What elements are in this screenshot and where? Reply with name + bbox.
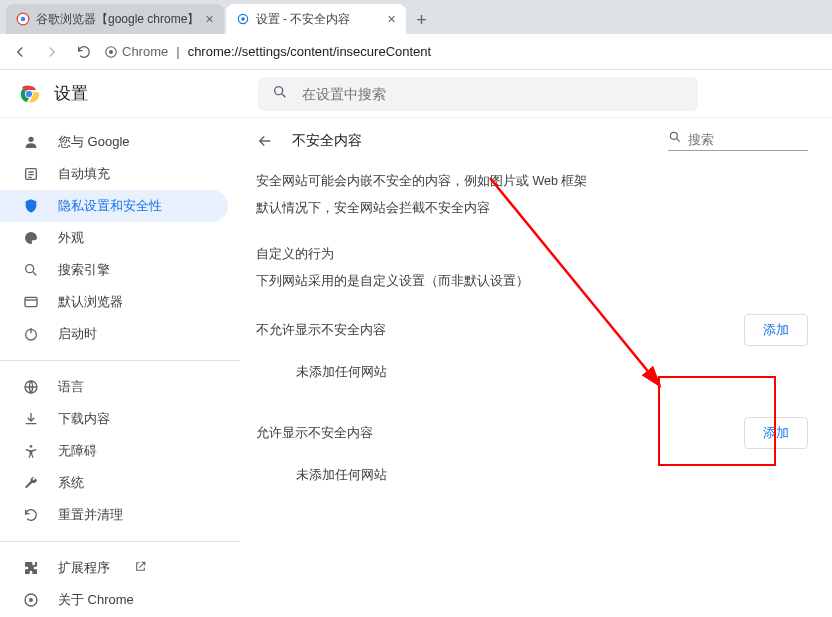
browser-tab-strip: 谷歌浏览器【google chrome】 × 设置 - 不安全内容 × + bbox=[0, 0, 832, 34]
sidebar-item-label: 自动填充 bbox=[58, 165, 110, 183]
browser-tab[interactable]: 谷歌浏览器【google chrome】 × bbox=[6, 4, 224, 34]
sidebar-item-downloads[interactable]: 下载内容 bbox=[0, 403, 228, 435]
allow-section-empty: 未添加任何网站 bbox=[256, 467, 808, 484]
search-icon bbox=[272, 84, 288, 104]
sidebar-item-label: 重置并清理 bbox=[58, 506, 123, 524]
sidebar-item-default-browser[interactable]: 默认浏览器 bbox=[0, 286, 228, 318]
sidebar-item-system[interactable]: 系统 bbox=[0, 467, 228, 499]
sidebar-item-reset[interactable]: 重置并清理 bbox=[0, 499, 228, 531]
block-section-empty: 未添加任何网站 bbox=[256, 364, 808, 381]
browser-toolbar: Chrome | chrome://settings/content/insec… bbox=[0, 34, 832, 70]
download-icon bbox=[22, 410, 40, 428]
new-tab-button[interactable]: + bbox=[408, 6, 436, 34]
allow-section-title: 允许显示不安全内容 bbox=[256, 424, 373, 442]
svg-point-1 bbox=[21, 17, 26, 22]
svg-point-3 bbox=[241, 17, 245, 21]
svg-point-10 bbox=[28, 137, 33, 142]
browser-tab-title: 谷歌浏览器【google chrome】 bbox=[36, 11, 199, 28]
description-line-2: 默认情况下，安全网站会拦截不安全内容 bbox=[256, 200, 808, 217]
svg-point-5 bbox=[109, 49, 113, 53]
svg-point-12 bbox=[26, 265, 34, 273]
svg-rect-13 bbox=[25, 297, 37, 306]
svg-point-19 bbox=[670, 132, 677, 139]
browser-tab[interactable]: 设置 - 不安全内容 × bbox=[226, 4, 406, 34]
palette-icon bbox=[22, 229, 40, 247]
page-search[interactable] bbox=[668, 130, 808, 151]
sidebar-item-languages[interactable]: 语言 bbox=[0, 371, 228, 403]
custom-behavior-sub: 下列网站采用的是自定义设置（而非默认设置） bbox=[256, 273, 808, 290]
globe-icon bbox=[22, 378, 40, 396]
address-protocol-label: Chrome bbox=[122, 44, 168, 59]
global-search-input[interactable] bbox=[302, 86, 684, 102]
sidebar-item-search-engine[interactable]: 搜索引擎 bbox=[0, 254, 228, 286]
sidebar-item-label: 您与 Google bbox=[58, 133, 130, 151]
settings-header: 设置 bbox=[0, 70, 832, 118]
sidebar-item-label: 关于 Chrome bbox=[58, 591, 134, 609]
sidebar-divider bbox=[0, 541, 240, 542]
settings-sidebar: 您与 Google 自动填充 隐私设置和安全性 外观 搜索引擎 默认浏览器 启动… bbox=[0, 118, 240, 617]
address-url: chrome://settings/content/insecureConten… bbox=[188, 44, 432, 59]
external-link-icon bbox=[134, 560, 147, 576]
global-search[interactable] bbox=[258, 77, 698, 111]
browser-tab-title: 设置 - 不安全内容 bbox=[256, 11, 382, 28]
sidebar-item-label: 系统 bbox=[58, 474, 84, 492]
settings-app-title: 设置 bbox=[54, 82, 88, 105]
chrome-logo-icon bbox=[18, 83, 40, 105]
power-icon bbox=[22, 325, 40, 343]
custom-behavior-heading: 自定义的行为 bbox=[256, 245, 808, 263]
sidebar-item-label: 下载内容 bbox=[58, 410, 110, 428]
svg-point-9 bbox=[275, 86, 283, 94]
sidebar-item-extensions[interactable]: 扩展程序 bbox=[0, 552, 228, 584]
sidebar-item-label: 默认浏览器 bbox=[58, 293, 123, 311]
chrome-icon bbox=[22, 591, 40, 609]
reset-icon bbox=[22, 506, 40, 524]
page-search-input[interactable] bbox=[688, 132, 808, 147]
close-icon[interactable]: × bbox=[387, 12, 395, 26]
svg-point-18 bbox=[29, 598, 33, 602]
sidebar-item-you-and-google[interactable]: 您与 Google bbox=[0, 126, 228, 158]
sidebar-item-label: 外观 bbox=[58, 229, 84, 247]
sidebar-divider bbox=[0, 360, 240, 361]
chrome-page-icon: Chrome bbox=[104, 44, 168, 59]
svg-point-16 bbox=[30, 445, 33, 448]
person-icon bbox=[22, 133, 40, 151]
sidebar-item-label: 搜索引擎 bbox=[58, 261, 110, 279]
content-back-button[interactable] bbox=[256, 132, 276, 150]
sidebar-item-accessibility[interactable]: 无障碍 bbox=[0, 435, 228, 467]
sidebar-item-about-chrome[interactable]: 关于 Chrome bbox=[0, 584, 228, 616]
sidebar-item-privacy-security[interactable]: 隐私设置和安全性 bbox=[0, 190, 228, 222]
chrome-favicon-icon bbox=[16, 12, 30, 26]
sidebar-item-label: 启动时 bbox=[58, 325, 97, 343]
a11y-icon bbox=[22, 442, 40, 460]
back-button[interactable] bbox=[8, 40, 32, 64]
sidebar-item-label: 无障碍 bbox=[58, 442, 97, 460]
search-icon bbox=[22, 261, 40, 279]
sidebar-item-label: 语言 bbox=[58, 378, 84, 396]
add-allowed-site-button[interactable]: 添加 bbox=[744, 417, 808, 449]
sidebar-item-label: 扩展程序 bbox=[58, 559, 110, 577]
settings-content: 不安全内容 安全网站可能会内嵌不安全的内容，例如图片或 Web 框架 默认情况下… bbox=[240, 118, 832, 617]
sidebar-item-label: 隐私设置和安全性 bbox=[58, 197, 162, 215]
search-icon bbox=[668, 130, 682, 148]
close-icon[interactable]: × bbox=[205, 12, 213, 26]
block-section-title: 不允许显示不安全内容 bbox=[256, 321, 386, 339]
sidebar-item-appearance[interactable]: 外观 bbox=[0, 222, 228, 254]
sidebar-item-autofill[interactable]: 自动填充 bbox=[0, 158, 228, 190]
shield-icon bbox=[22, 197, 40, 215]
description-line-1: 安全网站可能会内嵌不安全的内容，例如图片或 Web 框架 bbox=[256, 173, 808, 190]
sidebar-item-on-startup[interactable]: 启动时 bbox=[0, 318, 228, 350]
autofill-icon bbox=[22, 165, 40, 183]
reload-button[interactable] bbox=[72, 40, 96, 64]
browser-icon bbox=[22, 293, 40, 311]
wrench-icon bbox=[22, 474, 40, 492]
page-title: 不安全内容 bbox=[292, 132, 652, 150]
address-bar[interactable]: Chrome | chrome://settings/content/insec… bbox=[104, 44, 824, 59]
content-header: 不安全内容 bbox=[256, 130, 808, 151]
forward-button[interactable] bbox=[40, 40, 64, 64]
add-blocked-site-button[interactable]: 添加 bbox=[744, 314, 808, 346]
puzzle-icon bbox=[22, 559, 40, 577]
gear-favicon-icon bbox=[236, 12, 250, 26]
